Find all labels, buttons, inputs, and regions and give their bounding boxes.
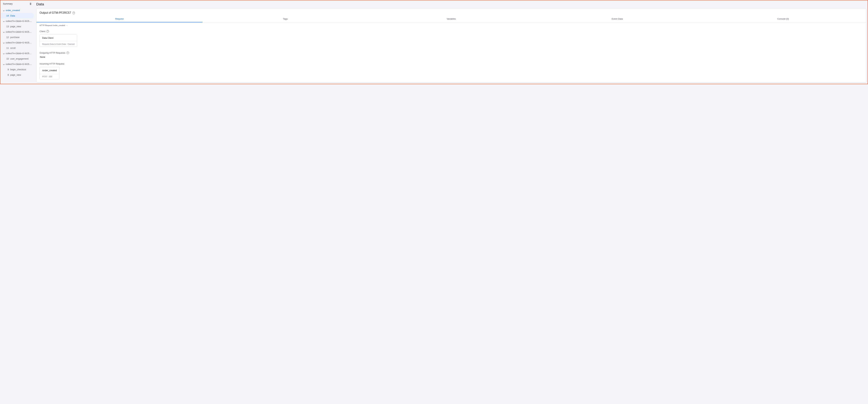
tabs: RequestTagsVariablesEvent DataConsole (0… bbox=[36, 15, 866, 22]
sidebar-group[interactable]: order_created bbox=[0, 8, 34, 13]
sidebar-item-number: 14 bbox=[6, 14, 9, 17]
client-card-subtitle: Request Data to Event Data · Claimed bbox=[40, 41, 77, 47]
sidebar-item[interactable]: 11scroll bbox=[0, 45, 34, 51]
sidebar-group[interactable]: collect?v=2&tid=G-WJ5CL... bbox=[0, 40, 34, 45]
sidebar-item[interactable]: 9begin_checkout bbox=[0, 67, 34, 72]
client-label-row: Client ? bbox=[39, 30, 863, 33]
chevron-down-icon bbox=[3, 20, 5, 22]
main-content: Data Output of GTM-PF2RC57 ? RequestTags… bbox=[34, 0, 868, 84]
chevron-down-icon bbox=[3, 63, 5, 65]
incoming-card[interactable]: /order_created POST · 200 bbox=[39, 67, 60, 79]
incoming-card-path: /order_created bbox=[40, 67, 59, 74]
sidebar-item-label: purchase bbox=[10, 36, 20, 38]
tab-request[interactable]: Request bbox=[36, 15, 203, 22]
client-section: Client ? Data Client Request Data to Eve… bbox=[36, 28, 866, 50]
incoming-label-row: Incoming HTTP Request bbox=[39, 62, 863, 65]
tab-console-0-[interactable]: Console (0) bbox=[700, 15, 866, 22]
sidebar-group-label: collect?v=2&tid=G-WJ5CL... bbox=[6, 41, 33, 44]
outgoing-none: None bbox=[39, 56, 863, 58]
tab-variables[interactable]: Variables bbox=[368, 15, 534, 22]
sidebar-group[interactable]: collect?v=2&tid=G-WJ5CL... bbox=[0, 51, 34, 56]
sidebar-group[interactable]: collect?v=2&tid=G-WJ5CL... bbox=[0, 19, 34, 24]
incoming-section: Incoming HTTP Request /order_created POS… bbox=[36, 61, 866, 82]
sidebar-group[interactable]: collect?v=2&tid=G-WJ5CL... bbox=[0, 61, 34, 67]
client-card-title: Data Client bbox=[40, 34, 77, 41]
sidebar-item[interactable]: 8page_view bbox=[0, 72, 34, 77]
summary-label[interactable]: Summary bbox=[3, 2, 13, 5]
sidebar-item-number: 10 bbox=[6, 57, 9, 60]
sidebar-item-label: page_view bbox=[10, 25, 21, 28]
sidebar-group-label: collect?v=2&tid=G-WJ5CL... bbox=[6, 20, 33, 22]
sidebar-item-label: page_view bbox=[10, 73, 21, 76]
sidebar-group-label: order_created bbox=[6, 9, 20, 12]
breadcrumb-text[interactable]: HTTP Request /order_created bbox=[39, 24, 65, 26]
sidebar-item[interactable]: 13page_view bbox=[0, 24, 34, 29]
incoming-label: Incoming HTTP Request bbox=[39, 62, 64, 65]
outgoing-section: Outgoing HTTP Requests ? None bbox=[36, 50, 866, 61]
sidebar-item-label: begin_checkout bbox=[10, 68, 26, 71]
sidebar-item-label: Data bbox=[10, 14, 15, 17]
delete-icon[interactable] bbox=[29, 2, 32, 5]
outgoing-label-row: Outgoing HTTP Requests ? bbox=[39, 52, 863, 54]
sidebar-item-number: 13 bbox=[6, 25, 9, 28]
sidebar-item-number: 12 bbox=[6, 36, 9, 38]
outgoing-label: Outgoing HTTP Requests bbox=[39, 52, 65, 54]
chevron-down-icon bbox=[3, 31, 5, 33]
panel-title: Output of GTM-PF2RC57 bbox=[39, 11, 71, 14]
chevron-down-icon bbox=[3, 53, 5, 54]
sidebar-item-number: 9 bbox=[6, 68, 9, 71]
sidebar-item[interactable]: 14Data bbox=[0, 13, 34, 19]
sidebar-item-label: scroll bbox=[10, 47, 16, 49]
breadcrumb: HTTP Request /order_created › bbox=[36, 22, 866, 28]
client-label: Client bbox=[39, 30, 45, 33]
help-icon[interactable]: ? bbox=[72, 12, 75, 14]
chevron-down-icon bbox=[3, 42, 5, 43]
tab-tags[interactable]: Tags bbox=[203, 15, 368, 22]
page-title: Data bbox=[36, 2, 866, 6]
help-icon[interactable]: ? bbox=[66, 52, 69, 54]
sidebar-group-label: collect?v=2&tid=G-WJ5CL... bbox=[6, 52, 33, 55]
sidebar-item-label: user_engagement bbox=[10, 57, 28, 60]
chevron-right-icon: › bbox=[66, 24, 67, 27]
incoming-card-sub: POST · 200 bbox=[40, 74, 59, 79]
sidebar-item[interactable]: 12purchase bbox=[0, 34, 34, 40]
help-icon[interactable]: ? bbox=[46, 30, 49, 33]
chevron-down-icon bbox=[3, 9, 5, 11]
sidebar-group-label: collect?v=2&tid=G-WJ5CL... bbox=[6, 63, 33, 65]
sidebar-group-label: collect?v=2&tid=G-WJ5CL... bbox=[6, 31, 33, 33]
tab-event-data[interactable]: Event Data bbox=[534, 15, 700, 22]
sidebar-item-number: 8 bbox=[6, 73, 9, 76]
output-panel: Output of GTM-PF2RC57 ? RequestTagsVaria… bbox=[36, 8, 866, 83]
sidebar-group[interactable]: collect?v=2&tid=G-WJ5CL... bbox=[0, 29, 34, 34]
client-card[interactable]: Data Client Request Data to Event Data ·… bbox=[39, 34, 77, 47]
sidebar: Summary order_created14Datacollect?v=2&t… bbox=[0, 0, 34, 84]
sidebar-item[interactable]: 10user_engagement bbox=[0, 56, 34, 61]
summary-row: Summary bbox=[0, 1, 34, 8]
sidebar-item-number: 11 bbox=[6, 47, 9, 49]
panel-header: Output of GTM-PF2RC57 ? bbox=[36, 8, 866, 15]
